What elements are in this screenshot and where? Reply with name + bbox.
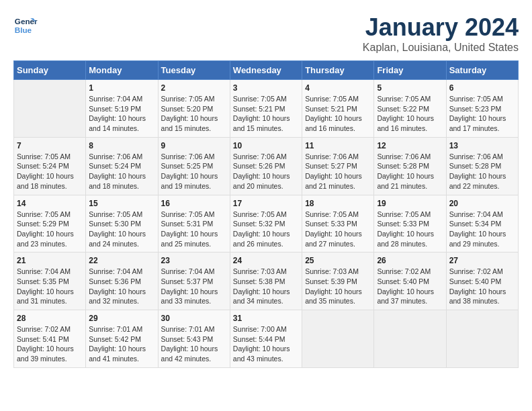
- calendar-cell: 21Sunrise: 7:04 AMSunset: 5:35 PMDayligh…: [14, 253, 86, 310]
- day-detail: Sunrise: 7:02 AMSunset: 5:40 PMDaylight:…: [449, 267, 515, 306]
- day-detail: Sunrise: 7:05 AMSunset: 5:32 PMDaylight:…: [233, 210, 299, 249]
- day-number: 5: [377, 83, 443, 93]
- day-detail: Sunrise: 7:06 AMSunset: 5:26 PMDaylight:…: [233, 152, 299, 191]
- calendar-cell: 30Sunrise: 7:01 AMSunset: 5:43 PMDayligh…: [158, 310, 230, 368]
- calendar-body: 1Sunrise: 7:04 AMSunset: 5:19 PMDaylight…: [14, 80, 519, 368]
- calendar-cell: [14, 80, 86, 138]
- day-number: 31: [233, 314, 299, 323]
- day-number: 13: [449, 141, 515, 150]
- day-detail: Sunrise: 7:03 AMSunset: 5:39 PMDaylight:…: [305, 267, 371, 306]
- title-block: January 2024 Kaplan, Louisiana, United S…: [363, 13, 519, 54]
- calendar-week-2: 7Sunrise: 7:05 AMSunset: 5:24 PMDaylight…: [14, 137, 519, 195]
- day-detail: Sunrise: 7:06 AMSunset: 5:28 PMDaylight:…: [449, 152, 515, 191]
- calendar-week-4: 21Sunrise: 7:04 AMSunset: 5:35 PMDayligh…: [14, 253, 519, 310]
- calendar-cell: 12Sunrise: 7:06 AMSunset: 5:28 PMDayligh…: [374, 137, 446, 195]
- calendar-cell: 15Sunrise: 7:05 AMSunset: 5:30 PMDayligh…: [86, 195, 158, 253]
- day-number: 22: [89, 256, 154, 265]
- day-detail: Sunrise: 7:05 AMSunset: 5:22 PMDaylight:…: [377, 94, 443, 134]
- calendar-cell: 27Sunrise: 7:02 AMSunset: 5:40 PMDayligh…: [446, 253, 518, 310]
- day-number: 9: [161, 141, 227, 150]
- calendar-cell: 1Sunrise: 7:04 AMSunset: 5:19 PMDaylight…: [86, 80, 158, 138]
- calendar-cell: 5Sunrise: 7:05 AMSunset: 5:22 PMDaylight…: [374, 80, 446, 138]
- day-number: 17: [233, 199, 299, 208]
- calendar-table: SundayMondayTuesdayWednesdayThursdayFrid…: [13, 60, 519, 368]
- page-header: General Blue January 2024 Kaplan, Louisi…: [13, 13, 519, 54]
- calendar-week-5: 28Sunrise: 7:02 AMSunset: 5:41 PMDayligh…: [14, 310, 519, 368]
- calendar-cell: 29Sunrise: 7:01 AMSunset: 5:42 PMDayligh…: [86, 310, 158, 368]
- logo: General Blue: [13, 13, 38, 38]
- svg-text:General: General: [15, 17, 38, 26]
- day-number: 7: [17, 141, 83, 150]
- calendar-cell: 8Sunrise: 7:06 AMSunset: 5:24 PMDaylight…: [86, 137, 158, 195]
- calendar-cell: 2Sunrise: 7:05 AMSunset: 5:20 PMDaylight…: [158, 80, 230, 138]
- day-detail: Sunrise: 7:04 AMSunset: 5:19 PMDaylight:…: [89, 94, 154, 134]
- header-day-thursday: Thursday: [302, 61, 374, 80]
- day-detail: Sunrise: 7:06 AMSunset: 5:25 PMDaylight:…: [161, 152, 227, 191]
- calendar-week-3: 14Sunrise: 7:05 AMSunset: 5:29 PMDayligh…: [14, 195, 519, 253]
- main-title: January 2024: [363, 13, 519, 42]
- day-number: 1: [89, 83, 154, 93]
- day-number: 16: [161, 199, 227, 208]
- calendar-cell: 26Sunrise: 7:02 AMSunset: 5:40 PMDayligh…: [374, 253, 446, 310]
- day-detail: Sunrise: 7:02 AMSunset: 5:40 PMDaylight:…: [377, 267, 443, 306]
- day-detail: Sunrise: 7:06 AMSunset: 5:27 PMDaylight:…: [305, 152, 371, 191]
- svg-text:Blue: Blue: [15, 26, 32, 34]
- calendar-cell: 16Sunrise: 7:05 AMSunset: 5:31 PMDayligh…: [158, 195, 230, 253]
- day-detail: Sunrise: 7:05 AMSunset: 5:21 PMDaylight:…: [305, 94, 371, 134]
- header-row: SundayMondayTuesdayWednesdayThursdayFrid…: [14, 61, 519, 80]
- day-detail: Sunrise: 7:04 AMSunset: 5:34 PMDaylight:…: [449, 210, 515, 249]
- calendar-cell: 31Sunrise: 7:00 AMSunset: 5:44 PMDayligh…: [230, 310, 302, 368]
- day-number: 18: [305, 199, 371, 208]
- day-detail: Sunrise: 7:03 AMSunset: 5:38 PMDaylight:…: [233, 267, 299, 306]
- day-detail: Sunrise: 7:05 AMSunset: 5:23 PMDaylight:…: [449, 94, 515, 134]
- header-day-tuesday: Tuesday: [158, 61, 230, 80]
- day-number: 30: [161, 314, 227, 323]
- day-detail: Sunrise: 7:05 AMSunset: 5:33 PMDaylight:…: [305, 210, 371, 249]
- day-number: 14: [17, 199, 83, 208]
- calendar-cell: 10Sunrise: 7:06 AMSunset: 5:26 PMDayligh…: [230, 137, 302, 195]
- calendar-cell: 6Sunrise: 7:05 AMSunset: 5:23 PMDaylight…: [446, 80, 518, 138]
- day-detail: Sunrise: 7:05 AMSunset: 5:24 PMDaylight:…: [17, 152, 83, 191]
- calendar-cell: 4Sunrise: 7:05 AMSunset: 5:21 PMDaylight…: [302, 80, 374, 138]
- logo-icon: General Blue: [13, 13, 38, 38]
- day-number: 11: [305, 141, 371, 150]
- day-detail: Sunrise: 7:05 AMSunset: 5:21 PMDaylight:…: [233, 94, 299, 134]
- calendar-cell: 13Sunrise: 7:06 AMSunset: 5:28 PMDayligh…: [446, 137, 518, 195]
- day-number: 15: [89, 199, 154, 208]
- day-number: 19: [377, 199, 443, 208]
- day-number: 6: [449, 83, 515, 93]
- calendar-cell: 28Sunrise: 7:02 AMSunset: 5:41 PMDayligh…: [14, 310, 86, 368]
- subtitle: Kaplan, Louisiana, United States: [363, 42, 519, 54]
- day-number: 21: [17, 256, 83, 265]
- day-number: 4: [305, 83, 371, 93]
- day-detail: Sunrise: 7:01 AMSunset: 5:42 PMDaylight:…: [89, 324, 154, 364]
- day-detail: Sunrise: 7:01 AMSunset: 5:43 PMDaylight:…: [161, 324, 227, 364]
- day-detail: Sunrise: 7:05 AMSunset: 5:29 PMDaylight:…: [17, 210, 83, 249]
- header-day-wednesday: Wednesday: [230, 61, 302, 80]
- day-detail: Sunrise: 7:04 AMSunset: 5:35 PMDaylight:…: [17, 267, 83, 306]
- day-detail: Sunrise: 7:02 AMSunset: 5:41 PMDaylight:…: [17, 324, 83, 364]
- calendar-cell: 25Sunrise: 7:03 AMSunset: 5:39 PMDayligh…: [302, 253, 374, 310]
- header-day-friday: Friday: [374, 61, 446, 80]
- day-detail: Sunrise: 7:06 AMSunset: 5:28 PMDaylight:…: [377, 152, 443, 191]
- day-number: 2: [161, 83, 227, 93]
- day-detail: Sunrise: 7:04 AMSunset: 5:37 PMDaylight:…: [161, 267, 227, 306]
- day-number: 23: [161, 256, 227, 265]
- calendar-cell: [374, 310, 446, 368]
- calendar-cell: [446, 310, 518, 368]
- day-number: 10: [233, 141, 299, 150]
- day-number: 24: [233, 256, 299, 265]
- calendar-cell: 3Sunrise: 7:05 AMSunset: 5:21 PMDaylight…: [230, 80, 302, 138]
- calendar-cell: 23Sunrise: 7:04 AMSunset: 5:37 PMDayligh…: [158, 253, 230, 310]
- day-number: 20: [449, 199, 515, 208]
- calendar-cell: 22Sunrise: 7:04 AMSunset: 5:36 PMDayligh…: [86, 253, 158, 310]
- calendar-cell: 17Sunrise: 7:05 AMSunset: 5:32 PMDayligh…: [230, 195, 302, 253]
- calendar-cell: 14Sunrise: 7:05 AMSunset: 5:29 PMDayligh…: [14, 195, 86, 253]
- day-number: 25: [305, 256, 371, 265]
- day-number: 3: [233, 83, 299, 93]
- header-day-saturday: Saturday: [446, 61, 518, 80]
- calendar-cell: 11Sunrise: 7:06 AMSunset: 5:27 PMDayligh…: [302, 137, 374, 195]
- calendar-cell: 9Sunrise: 7:06 AMSunset: 5:25 PMDaylight…: [158, 137, 230, 195]
- day-number: 27: [449, 256, 515, 265]
- calendar-header: SundayMondayTuesdayWednesdayThursdayFrid…: [14, 61, 519, 80]
